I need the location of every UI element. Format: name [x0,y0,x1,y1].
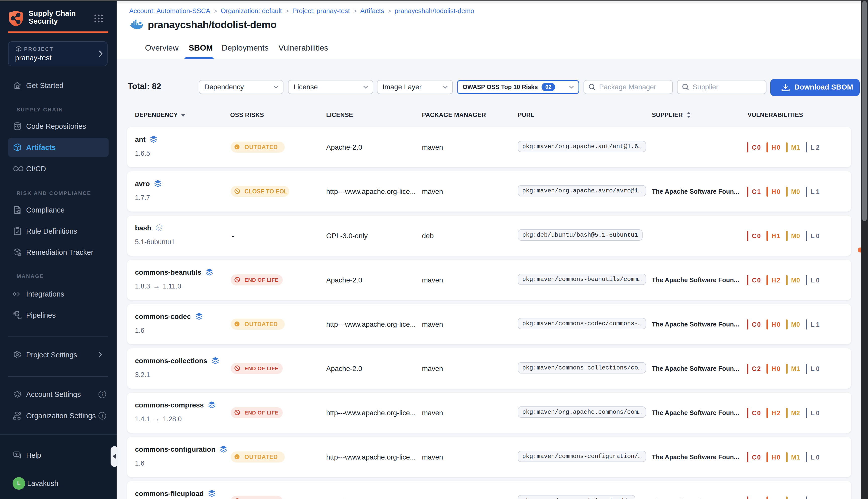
svg-text:?: ? [15,452,17,456]
